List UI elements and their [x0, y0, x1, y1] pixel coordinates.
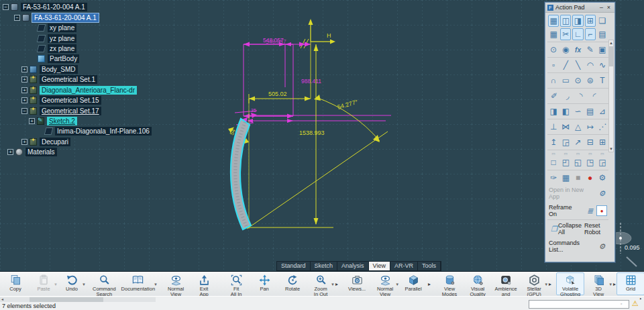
stop-square-icon[interactable]: ■: [572, 172, 583, 184]
visual-quality-button[interactable]: Visual Quality: [464, 272, 492, 295]
shaded-grid-icon[interactable]: ▦: [548, 15, 559, 27]
tree-item-label[interactable]: xy plane: [48, 23, 76, 32]
tree-item-label[interactable]: zx plane: [48, 44, 76, 53]
tree-item-label[interactable]: FA-53-61-20-004 A.1: [21, 3, 87, 11]
scissors-grid-icon[interactable]: ✂: [560, 28, 571, 40]
tree-item-decupari[interactable]: + Decupari: [21, 137, 152, 147]
spline-icon[interactable]: ∿: [597, 59, 608, 71]
tree-item-root[interactable]: − FA-53-61-20-004 A.1: [3, 2, 152, 12]
circle-icon[interactable]: ⊙: [572, 74, 583, 87]
tree-paste-icon[interactable]: ⊞: [597, 136, 608, 148]
corner-arc-icon[interactable]: ◞: [561, 90, 574, 102]
minimize-button[interactable]: –: [598, 4, 605, 11]
record-dot-icon[interactable]: ●: [585, 172, 596, 184]
reframe-tree-icon[interactable]: ≣: [585, 205, 596, 216]
view-modes-button[interactable]: View Modes: [435, 272, 464, 295]
dropdown-arrow-icon[interactable]: ▼: [82, 282, 86, 287]
dimension-1538[interactable]: 1538.993: [299, 130, 325, 136]
formula-fx-icon[interactable]: fx: [572, 44, 583, 56]
toolbar-expand-icon[interactable]: ▸: [549, 281, 551, 287]
input-options-icon[interactable]: ▫: [621, 301, 622, 306]
point-icon[interactable]: ▫: [548, 59, 559, 71]
tree-copy-icon[interactable]: ⊟: [585, 136, 596, 148]
scroll-left-icon[interactable]: ◂: [1, 297, 3, 301]
two-point-line-icon[interactable]: ╲: [572, 59, 583, 71]
cube-face-left-icon[interactable]: ◰: [560, 156, 571, 168]
reframe-image-icon[interactable]: ●: [596, 205, 607, 216]
tree-expand-toggle[interactable]: −: [21, 108, 28, 114]
action-pad-titlebar[interactable]: F Action Pad – ×: [545, 3, 614, 13]
tree-item-materials[interactable]: + Materials: [7, 147, 152, 157]
parallel-button[interactable]: Parallel: [399, 272, 427, 295]
rotate-button[interactable]: Rotate: [278, 272, 307, 295]
tree-item-label[interactable]: Geometrical Set.1: [40, 75, 97, 84]
action-pad-scrollbar[interactable]: ▲ ▼: [608, 40, 614, 152]
ambience-camera-button[interactable]: Ambience and Camera: [492, 272, 520, 295]
eye-arrow-icon[interactable]: ◉: [560, 44, 571, 56]
views-button[interactable]: Views...: [343, 272, 371, 295]
cube-wire-icon[interactable]: □: [548, 156, 559, 168]
constraint-box-icon[interactable]: ▣: [597, 44, 608, 56]
dropdown-arrow-icon[interactable]: ▼: [154, 282, 158, 287]
tree-item-label[interactable]: yz plane: [48, 34, 76, 43]
paintbrush-icon[interactable]: ✑: [548, 172, 559, 184]
reset-robot-button[interactable]: Reset Robot: [584, 222, 604, 236]
command-input[interactable]: [529, 300, 629, 309]
tab-view[interactable]: View: [369, 262, 390, 270]
table-icon[interactable]: ▤: [585, 105, 596, 117]
tree-item-geoset-17[interactable]: − Geometrical Set.17: [21, 105, 152, 115]
scroll-up-icon[interactable]: ▲: [609, 40, 613, 46]
undo-button[interactable]: Undo ▼: [58, 272, 86, 295]
exit-app-button[interactable]: Exit App: [190, 272, 218, 295]
tree-item-label[interactable]: Materials: [25, 148, 57, 156]
scroll-down-icon[interactable]: ▼: [609, 146, 613, 152]
fit-all-in-button[interactable]: Fit All In: [222, 272, 250, 295]
cube-face-top-icon[interactable]: ◲: [597, 156, 608, 168]
tree-item-label[interactable]: PartBody: [48, 54, 79, 63]
scrollbar-thumb[interactable]: [609, 46, 613, 66]
horizontal-scrollbar[interactable]: ◂: [0, 297, 156, 302]
normal-view-2-button[interactable]: Normal View ▼: [371, 272, 399, 295]
pencil-icon[interactable]: ✎: [585, 44, 596, 56]
tree-item-sketch-2[interactable]: + Sketch.2: [29, 116, 152, 126]
tree-item-part-selected[interactable]: − FA-53-61-20-004 A.1: [14, 12, 152, 22]
tab-tools[interactable]: Tools: [418, 262, 440, 270]
tree-item-xy-plane[interactable]: xy plane: [30, 23, 152, 33]
eye-dimension-icon[interactable]: ◨: [572, 15, 583, 27]
tree-expand-toggle[interactable]: −: [14, 15, 20, 21]
tree-item-diagonala[interactable]: + Diagonala_Anterioara_Flanc-dr: [21, 85, 152, 95]
tree-item-yz-plane[interactable]: yz plane: [30, 33, 152, 43]
sketch-angle-icon[interactable]: ⌐: [585, 28, 596, 40]
tab-ar-vr[interactable]: AR-VR: [390, 262, 417, 270]
dimension-505[interactable]: 505.02: [268, 91, 287, 97]
tree-item-label[interactable]: Sketch.2: [47, 117, 77, 125]
toolbar-expand-icon[interactable]: ▸: [335, 281, 338, 287]
normal-view-button[interactable]: Normal View: [162, 272, 190, 295]
volatile-ghosting-button[interactable]: Volatile Ghosting: [556, 272, 584, 295]
surface-hand-icon[interactable]: ❏: [597, 15, 608, 27]
tree-item-label[interactable]: Geometrical Set.15: [40, 96, 101, 105]
sketch-corner-icon[interactable]: ∟: [572, 28, 583, 40]
tree-item-label[interactable]: Geometrical Set.17: [40, 107, 101, 115]
tree-item-label[interactable]: FA-53-61-20-004 A.1: [32, 13, 99, 22]
expand-more-icon[interactable]: ‣: [639, 297, 642, 302]
dropdown-arrow-icon[interactable]: ▼: [331, 282, 335, 287]
tree-item-label[interactable]: Body_SMD: [40, 65, 78, 74]
dimension-988[interactable]: 988.411: [301, 78, 321, 85]
magnifier-sketch-icon[interactable]: ⊙: [548, 44, 559, 56]
dimension-35[interactable]: 35: [251, 108, 256, 113]
copy-button[interactable]: Copy: [1, 272, 30, 295]
zoom-in-out-button[interactable]: Zoom In Out ▼: [307, 272, 335, 295]
image-magnifier-icon[interactable]: ◲: [560, 136, 571, 148]
close-button[interactable]: ×: [605, 4, 612, 11]
commands-list-row[interactable]: Commands List... ⚙: [547, 238, 608, 255]
scrollbar-thumb[interactable]: [30, 297, 103, 302]
toolbar-expand-icon[interactable]: ▸: [613, 281, 616, 287]
arc-up-icon[interactable]: ◝: [575, 90, 587, 102]
dropdown-arrow-icon[interactable]: ▼: [544, 282, 548, 287]
dropdown-arrow-icon[interactable]: ▼: [608, 282, 612, 287]
rectangle-icon[interactable]: ▭: [560, 74, 571, 87]
mirror-icon[interactable]: ⋈: [560, 121, 571, 133]
eye-axis-icon[interactable]: ⊞: [585, 15, 596, 27]
cube-face-bottom-icon[interactable]: ◱: [572, 156, 583, 168]
